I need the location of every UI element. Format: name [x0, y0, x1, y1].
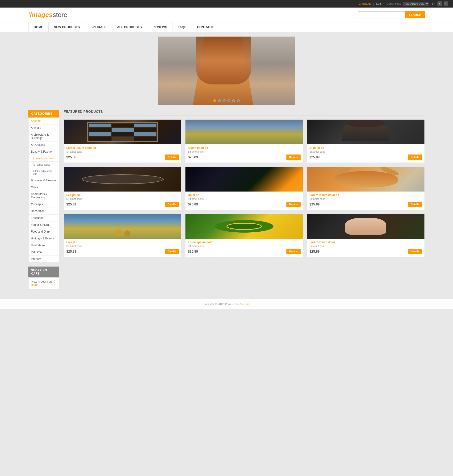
search-bar: SEARCH — [358, 11, 425, 18]
product-image-8 — [185, 214, 303, 239]
nav-reviews[interactable]: REVIEWS — [147, 22, 172, 32]
product-title-7[interactable]: Lorem it — [66, 241, 179, 244]
details-btn-7[interactable]: Details — [165, 249, 179, 254]
product-card-6: Lorem ipsum dolor sit Sit amet cons $25.… — [307, 167, 425, 210]
slider-dot-5[interactable] — [232, 99, 235, 102]
cat-cities[interactable]: Cities — [28, 184, 59, 191]
details-btn-6[interactable]: Details — [408, 202, 422, 207]
logo[interactable]: 'imagesstore — [28, 11, 67, 19]
product-price-4: $25.89 — [66, 202, 77, 206]
cat-industrial[interactable]: Industrial — [28, 249, 59, 256]
cat-concepts[interactable]: Concepts — [28, 201, 59, 208]
product-title-2[interactable]: Ipsum dolor sit — [188, 146, 300, 150]
nav-home[interactable]: HOME — [28, 22, 49, 32]
cat-art-objects[interactable]: Art Objects — [28, 141, 59, 148]
cart-text: Now in your cart: — [31, 280, 53, 283]
slider-dot-2[interactable] — [218, 99, 221, 102]
footer-text: Copyright © 2012. Powered by — [203, 303, 240, 305]
footer-link[interactable]: Zen Cart — [240, 303, 250, 305]
cat-food[interactable]: Food and Drink — [28, 228, 59, 235]
product-title-9[interactable]: Lorem ipsum dolor — [310, 241, 422, 244]
product-footer-3: $25.89 Details — [307, 154, 425, 160]
sidebar: CATEGORIES Abstract Animals Architecture… — [28, 110, 59, 289]
cat-sub-sit[interactable]: Sit amet conse — [28, 161, 59, 168]
product-price-7: $25.89 — [66, 250, 77, 253]
product-title-3[interactable]: St dolor sit — [310, 146, 422, 150]
product-info-5: Dolor sit Sit amet cons — [185, 191, 303, 200]
slider-dot-1[interactable] — [213, 99, 216, 102]
details-btn-8[interactable]: Details — [286, 249, 301, 254]
details-btn-5[interactable]: Details — [286, 202, 301, 207]
product-info-7: Lorem it Sit amet cons — [64, 239, 181, 247]
product-card-8: Lorem ipsum dolor Sit amet cons $25.89 D… — [185, 214, 303, 257]
slider-dot-4[interactable] — [227, 99, 230, 102]
product-title-8[interactable]: Lorem ipsum dolor — [188, 241, 300, 244]
social-links: f t — [438, 1, 448, 6]
nav-contacts[interactable]: CONTACTS — [192, 22, 220, 32]
cat-sub-cletur[interactable]: Cletur adipiscing elit — [28, 168, 59, 177]
lang-selector[interactable]: En — [432, 2, 435, 5]
details-btn-3[interactable]: Details — [408, 154, 422, 160]
product-image-9 — [307, 214, 425, 239]
logo-store: store — [53, 11, 67, 18]
product-info-8: Lorem ipsum dolor Sit amet cons — [185, 239, 303, 247]
search-input[interactable] — [358, 11, 405, 18]
facebook-icon[interactable]: f — [438, 1, 442, 6]
nav-specials[interactable]: SPECIALS — [85, 22, 112, 32]
main-nav: HOME NEW PRODUCTS SPECIALS ALL PRODUCTS … — [0, 22, 453, 32]
product-desc-5: Sit amet cons — [188, 197, 300, 200]
cat-animals[interactable]: Animals — [28, 125, 59, 131]
product-footer-7: $25.89 Details — [64, 249, 181, 254]
product-image-7 — [64, 214, 181, 239]
slider-dot-6[interactable] — [237, 99, 240, 102]
login-link[interactable]: Log In — [376, 2, 384, 5]
cat-computers[interactable]: Computers & Electronics — [28, 191, 59, 201]
product-info-9: Lorem ipsum dolor Sit amet cons — [307, 239, 425, 247]
cat-architecture[interactable]: Architecture & Buildings — [28, 131, 59, 141]
product-footer-9: $25.89 Details — [307, 249, 425, 254]
cat-decoration[interactable]: Decoration — [28, 208, 59, 215]
product-card-3: St dolor sit Sit amet cons $25.89 Detail… — [307, 119, 425, 163]
logo-brand: images — [30, 11, 53, 18]
product-image-5 — [185, 167, 303, 191]
details-btn-9[interactable]: Details — [408, 249, 422, 254]
nav-faqs[interactable]: FAQS — [172, 22, 192, 32]
cat-sub-lorem[interactable]: Lorem ipsum dolor — [28, 155, 59, 161]
hero-section — [0, 32, 453, 105]
cat-abstract[interactable]: Abstract — [28, 118, 59, 125]
product-desc-7: Sit amet cons — [66, 245, 179, 247]
nav-all-products[interactable]: ALL PRODUCTS — [112, 22, 147, 32]
product-footer-8: $25.89 Details — [185, 249, 303, 254]
shopping-cart-sidebar: SHOPPING CART Now in your cart: 0 items — [28, 266, 59, 289]
product-title-1[interactable]: Lorem ipsum dolor sit — [66, 146, 179, 150]
product-desc-4: Sit amet cons — [66, 197, 179, 200]
product-title-4[interactable]: Set ipsum — [66, 193, 179, 197]
cart-title: SHOPPING CART — [28, 266, 59, 277]
cat-beauty-fashion[interactable]: Beauty & Fashion › — [28, 148, 59, 155]
cat-interiors[interactable]: Interiors — [28, 256, 59, 263]
search-button[interactable]: SEARCH — [405, 11, 425, 18]
twitter-icon[interactable]: t — [444, 1, 448, 6]
top-bar: Checkout | Log In Currencies: US Dollar … — [0, 0, 453, 7]
product-image-6 — [307, 167, 425, 191]
cat-business[interactable]: Business & Finance — [28, 177, 59, 184]
cat-holidays[interactable]: Holidays & Events — [28, 235, 59, 242]
header: 'imagesstore SEARCH — [0, 7, 453, 22]
product-footer-6: $25.89 Details — [307, 202, 425, 207]
product-title-5[interactable]: Dolor sit — [188, 193, 300, 197]
cat-education[interactable]: Education — [28, 215, 59, 222]
product-price-1: $25.89 — [66, 155, 77, 159]
product-footer-2: $25.89 Details — [185, 154, 303, 160]
cat-fauna[interactable]: Fauna & Flora — [28, 222, 59, 228]
product-title-6[interactable]: Lorem ipsum dolor sit — [310, 193, 422, 197]
slider[interactable] — [158, 36, 295, 105]
currency-select[interactable]: US Dollar : USD — [403, 2, 429, 6]
details-btn-1[interactable]: Details — [165, 154, 179, 160]
cat-illustrations[interactable]: Illustrations — [28, 242, 59, 249]
nav-new-products[interactable]: NEW PRODUCTS — [49, 22, 85, 32]
details-btn-2[interactable]: Details — [286, 154, 301, 160]
details-btn-4[interactable]: Details — [165, 202, 179, 207]
checkout-link[interactable]: Checkout — [359, 2, 371, 5]
product-price-5: $25.89 — [188, 202, 198, 206]
slider-dot-3[interactable] — [223, 99, 226, 102]
